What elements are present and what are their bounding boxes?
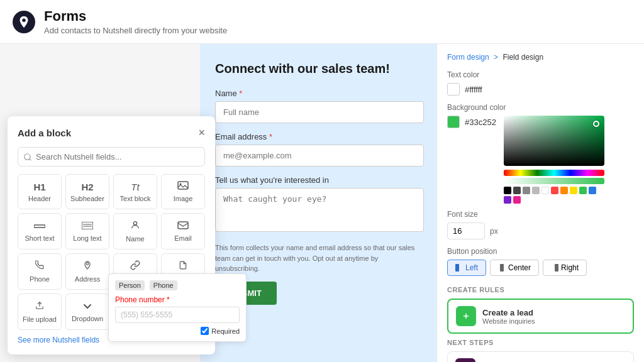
color-gradient[interactable] — [504, 116, 604, 166]
breadcrumb-part1[interactable]: Form design — [447, 53, 489, 62]
svg-rect-16 — [555, 264, 558, 272]
phone-icon — [35, 260, 44, 273]
bg-color-label: Background color — [447, 103, 634, 112]
color-cursor — [593, 121, 599, 127]
close-panel-button[interactable]: × — [198, 126, 205, 140]
swatch-pink[interactable] — [513, 196, 521, 204]
text-color-swatch[interactable] — [447, 83, 460, 96]
btn-pos-right[interactable]: Right — [543, 260, 587, 276]
required-star: * — [239, 89, 242, 98]
svg-rect-8 — [178, 222, 188, 229]
top-bar: Forms Add contacts to Nutshell directly … — [0, 0, 644, 44]
next-steps-heading: NEXT STEPS — [447, 339, 634, 346]
block-label-h2: Subheader — [70, 195, 104, 202]
bg-color-hex: #33c252 — [465, 118, 496, 127]
create-lead-rule-card[interactable]: Create a lead Website inquiries — [447, 299, 634, 334]
block-item-h2[interactable]: H2 Subheader — [65, 174, 109, 209]
block-label-phone: Phone — [30, 275, 50, 283]
slack-notification-card[interactable]: Send a Slack notification #sales — [447, 351, 634, 362]
swatch-red[interactable] — [551, 187, 558, 194]
right-panel: Form design > Field design Text color #f… — [436, 44, 644, 362]
slack-icon — [455, 358, 475, 362]
see-more-link[interactable]: See more Nutshell fields — [18, 336, 99, 344]
block-item-dropdown[interactable]: Dropdown — [65, 293, 109, 330]
h2-icon: H2 — [81, 182, 93, 192]
field-label-name: Name * — [215, 89, 424, 98]
block-item-email[interactable]: Email — [161, 213, 205, 250]
block-item-h1[interactable]: H1 Header — [18, 174, 62, 209]
block-item-file[interactable]: File upload — [18, 293, 62, 330]
required-star-email: * — [269, 132, 272, 141]
add-block-header: Add a block × — [18, 126, 205, 140]
h1-icon: H1 — [33, 182, 45, 192]
field-textarea-interest[interactable] — [215, 188, 424, 232]
swatch-lightgray[interactable] — [532, 187, 540, 194]
block-item-long[interactable]: Long text — [65, 213, 109, 250]
field-input-email[interactable] — [215, 145, 424, 167]
create-lead-title: Create a lead — [482, 308, 535, 317]
svg-rect-15 — [500, 264, 504, 272]
slack-notification-text: Send a Slack notification #sales — [482, 360, 579, 363]
svg-point-0 — [22, 18, 26, 22]
svg-point-7 — [133, 222, 136, 225]
svg-rect-3 — [34, 225, 45, 228]
btn-position-label: Button position — [447, 247, 634, 256]
create-rules-heading: CREATE RULES — [447, 286, 634, 293]
block-label-short: Short text — [25, 234, 54, 242]
font-size-row: px — [447, 222, 634, 239]
swatch-purple[interactable] — [504, 196, 511, 204]
block-label-dropdown: Dropdown — [72, 315, 103, 322]
font-size-input[interactable] — [447, 222, 485, 239]
block-label-name: Name — [126, 235, 144, 243]
name-icon — [130, 220, 140, 233]
text-color-row: #ffffff — [447, 83, 634, 96]
required-checkbox-label[interactable]: Required — [201, 327, 240, 335]
swatch-white[interactable] — [541, 187, 549, 194]
swatch-gray[interactable] — [523, 187, 530, 194]
add-block-title: Add a block — [18, 128, 71, 138]
block-search-input[interactable] — [18, 147, 205, 167]
app-logo — [13, 11, 35, 33]
slack-notification-title: Send a Slack notification — [482, 360, 579, 363]
short-text-icon — [34, 221, 45, 232]
swatch-green[interactable] — [579, 187, 587, 194]
field-input-name[interactable] — [215, 101, 424, 123]
tooltip-required-star: * — [165, 295, 170, 304]
swatch-blue[interactable] — [589, 187, 596, 194]
font-size-unit: px — [490, 227, 498, 236]
phone-tooltip: Person Phone Phone number * (555) 555-55… — [108, 273, 247, 342]
block-item-address[interactable]: Address — [65, 253, 109, 290]
form-note: This form collects your name and email a… — [215, 243, 424, 274]
file-upload-icon — [35, 300, 44, 313]
swatch-yellow[interactable] — [570, 187, 577, 194]
btn-pos-center[interactable]: Center — [490, 260, 539, 276]
field-label-email: Email address * — [215, 132, 424, 141]
text-color-hex: #ffffff — [465, 85, 482, 94]
block-item-image[interactable]: Image — [161, 174, 205, 209]
hue-strip[interactable] — [504, 170, 604, 176]
block-item-text[interactable]: Tt Text block — [113, 174, 157, 209]
tooltip-person-label: Person — [115, 280, 145, 290]
swatch-orange[interactable] — [560, 187, 568, 194]
block-item-name[interactable]: Name — [113, 213, 157, 250]
swatch-darkgray[interactable] — [513, 187, 521, 194]
block-item-short[interactable]: Short text — [18, 213, 62, 250]
opacity-strip[interactable] — [504, 178, 604, 184]
url-icon — [130, 260, 140, 273]
svg-rect-14 — [455, 264, 459, 272]
tooltip-placeholder: (555) 555-5555 — [115, 307, 240, 323]
app-title-group: Forms Add contacts to Nutshell directly … — [44, 8, 227, 35]
field-label-interest: Tell us what you're interested in — [215, 175, 424, 185]
btn-pos-left[interactable]: Left — [447, 260, 486, 276]
required-checkbox-input[interactable] — [201, 327, 209, 335]
email-icon — [177, 221, 189, 232]
text-color-label: Text color — [447, 70, 634, 79]
block-label-image: Image — [174, 195, 193, 202]
swatch-black[interactable] — [504, 187, 511, 194]
bg-color-swatch[interactable] — [447, 116, 460, 128]
note-icon — [179, 260, 187, 273]
text-block-icon: Tt — [131, 182, 139, 192]
block-item-phone[interactable]: Phone — [18, 253, 62, 290]
app-subtitle: Add contacts to Nutshell directly from y… — [44, 26, 227, 35]
bg-color-section: #33c252 — [447, 116, 634, 204]
